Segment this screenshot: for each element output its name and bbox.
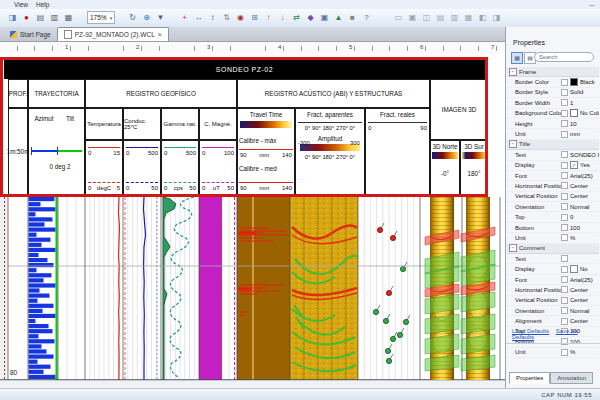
select-icon[interactable]: ◉ (234, 11, 247, 24)
header-cell-registro-acustico[interactable]: REGISTRO ACÚSTICO (ABI) Y ESTRUCTURAS (237, 79, 430, 108)
layout-7-icon[interactable]: ◧ (476, 11, 489, 24)
layout-3-icon[interactable]: ◫ (420, 11, 433, 24)
prof-scale-cell[interactable]: 1m:50m (8, 108, 28, 195)
swap-icon[interactable]: ⇄ (290, 11, 303, 24)
menu-help[interactable]: Help (36, 1, 49, 8)
refresh-icon[interactable]: ↻ (126, 11, 139, 24)
marker-icon[interactable]: ◆ (304, 11, 317, 24)
property-value[interactable]: No Color (570, 109, 599, 117)
property-value[interactable]: mm (570, 131, 599, 137)
minimize-button[interactable]: – (590, 0, 594, 9)
record-icon[interactable]: ● (20, 11, 33, 24)
property-value[interactable]: 10 (570, 121, 599, 127)
property-value[interactable]: Center (570, 297, 599, 303)
zoom-in-icon[interactable]: ⊕ (140, 11, 153, 24)
property-value[interactable]: No (570, 265, 599, 273)
scale-values-2: 0uT50 (202, 185, 234, 191)
layout-1-icon[interactable]: ▭ (392, 11, 405, 24)
geo-track-scale-cell[interactable]: 05000cps50 (161, 140, 199, 195)
log-tracks-area[interactable] (0, 197, 505, 380)
property-indicator (561, 182, 568, 189)
property-value[interactable]: ✓Yes (570, 161, 599, 169)
chart-icon[interactable]: ▲ (332, 11, 345, 24)
categorized-view-icon[interactable]: ▦ (511, 52, 523, 64)
geo-track-label[interactable]: Conduc. 25°C (123, 108, 161, 140)
tab-start-page[interactable]: Start Page (4, 28, 57, 41)
settings-icon[interactable]: ■ (346, 11, 359, 24)
close-tab-icon[interactable]: × (158, 31, 162, 38)
property-value[interactable]: % (570, 349, 599, 355)
property-row: DisplayNo (507, 264, 599, 274)
property-value[interactable]: 1 (570, 100, 599, 106)
property-value[interactable]: Center (570, 183, 599, 189)
property-value[interactable]: Arial(25) (570, 277, 599, 283)
property-section-header[interactable]: −Frame (507, 67, 599, 77)
geo-track-scale-cell[interactable]: 01000uT50 (199, 140, 237, 195)
collapse-icon[interactable]: − (509, 68, 517, 76)
calibre-med-line (239, 182, 293, 183)
header-cell-imagen-3d[interactable]: IMAGEN 3D (430, 79, 488, 140)
property-indicator (561, 214, 568, 221)
page-setup-icon[interactable]: ▥ (48, 11, 61, 24)
open-icon[interactable]: ◨ (6, 11, 19, 24)
imagen3d-sur-view[interactable] (461, 197, 495, 380)
property-value[interactable]: Arial(25) (570, 173, 599, 179)
layout-6-icon[interactable]: ▦ (462, 11, 475, 24)
depth-down-icon[interactable]: ↓ (276, 11, 289, 24)
fit-height-icon[interactable]: ↕ (206, 11, 219, 24)
property-value[interactable]: Normal (570, 308, 599, 314)
zoom-level-combo[interactable]: 175% ▾ (87, 11, 115, 24)
fracture-tadpoles[interactable] (373, 223, 410, 364)
property-value[interactable]: Solid (570, 89, 599, 95)
help-icon[interactable]: ? (360, 11, 373, 24)
property-section-header[interactable]: −Title (507, 140, 599, 150)
imagen3d-norte-view[interactable] (425, 197, 459, 380)
norte-colorbar (432, 152, 458, 159)
log-title-bar[interactable]: SONDEO PZ-02 (4, 60, 485, 79)
property-row: OrientationNormal (507, 306, 599, 316)
filter-icon[interactable]: ▼ (154, 11, 167, 24)
pan-icon[interactable]: ⇅ (220, 11, 233, 24)
property-value[interactable]: SONDEO PZ (570, 152, 599, 158)
checkbox-icon[interactable]: ✓ (570, 161, 578, 169)
property-value[interactable]: Center (570, 287, 599, 293)
grid-icon[interactable]: ⊞ (248, 11, 261, 24)
geo-track-label[interactable]: Gamma nat. (161, 108, 199, 140)
tab-document[interactable]: PZ-92_MONTADO (2).WCL × (57, 27, 169, 41)
move-tool-icon[interactable]: + (178, 11, 191, 24)
layout-5-icon[interactable]: ▥ (448, 11, 461, 24)
properties-search-input[interactable] (534, 52, 594, 62)
panel-tab-properties[interactable]: Properties (509, 372, 550, 384)
collapse-icon[interactable]: − (509, 140, 517, 148)
property-row: Border StyleSolid (507, 88, 599, 98)
amplitude-track[interactable] (290, 197, 358, 380)
property-value[interactable]: Center (570, 193, 599, 199)
geo-track-scale-cell[interactable]: 0150degC5 (85, 140, 123, 195)
property-value[interactable]: Black (570, 78, 599, 86)
preview-icon[interactable]: ▦ (62, 11, 75, 24)
checkbox-icon[interactable] (570, 265, 578, 273)
layout-2-icon[interactable]: ▣ (406, 11, 419, 24)
header-cell-prof[interactable]: PROF. (8, 79, 28, 108)
azimut-histogram[interactable] (29, 197, 56, 379)
print-icon[interactable]: ▤ (34, 11, 47, 24)
collapse-icon[interactable]: − (509, 244, 517, 252)
geo-track-scale-cell[interactable]: 0500050 (123, 140, 161, 195)
layout-8-icon[interactable]: ◨ (490, 11, 503, 24)
header-cell-trayectoria[interactable]: TRAYECTORIA (28, 79, 85, 108)
layout-4-icon[interactable]: ▤ (434, 11, 447, 24)
panel-tab-annotation[interactable]: Annotation (550, 372, 593, 384)
property-value[interactable]: 0 (570, 214, 599, 220)
geo-track-label[interactable]: C. Magné. (199, 108, 237, 140)
property-section-header[interactable]: −Comment (507, 244, 599, 254)
property-value[interactable]: % (570, 235, 599, 241)
fit-width-icon[interactable]: ↔ (192, 11, 205, 24)
menu-view[interactable]: View (14, 1, 28, 8)
depth-up-icon[interactable]: ↑ (262, 11, 275, 24)
property-value[interactable]: Center (570, 318, 599, 324)
header-cell-registro-geofisico[interactable]: REGISTRO GEOFÍSICO (85, 79, 237, 108)
geo-track-label[interactable]: Temperatura (85, 108, 123, 140)
property-value[interactable]: Normal (570, 204, 599, 210)
property-value[interactable]: 100 (570, 225, 599, 231)
layers-icon[interactable]: ▣ (318, 11, 331, 24)
